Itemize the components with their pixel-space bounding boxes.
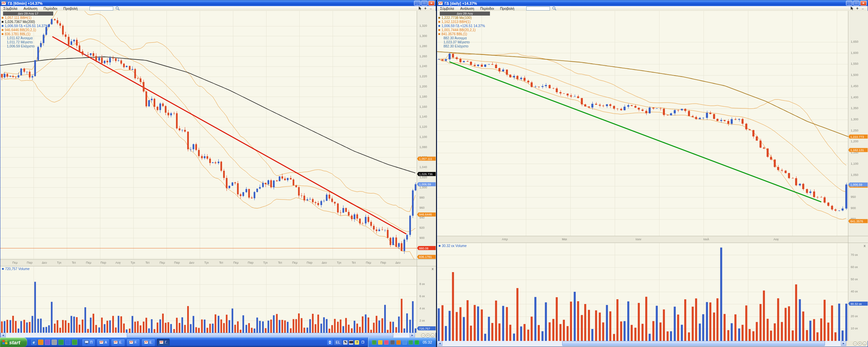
pointer-tool-icon[interactable] bbox=[418, 6, 421, 11]
zoom-controls: − + ↔ bbox=[846, 341, 868, 346]
volume-icon[interactable] bbox=[390, 340, 395, 345]
search-icon[interactable] bbox=[115, 6, 120, 11]
legend-swatch bbox=[2, 25, 3, 27]
symbol-search-input[interactable] bbox=[90, 6, 113, 11]
media-player-icon[interactable] bbox=[65, 340, 71, 345]
menu-symbols[interactable]: Σύμβολα bbox=[437, 6, 457, 11]
window-title: ΓΔ [daily] +14.37% bbox=[445, 1, 477, 5]
taskbar-window-chart-e2[interactable]: E. bbox=[141, 339, 155, 346]
search-icon[interactable] bbox=[552, 6, 556, 11]
zoom-out-button[interactable]: − bbox=[421, 333, 425, 338]
menu-bar: Σύμβολα Ανάλυση Περίοδοι Προβολή + ↔ bbox=[437, 6, 868, 11]
symbol-search-input[interactable] bbox=[526, 6, 550, 11]
legend-low-value: 882.30 Ελάχιστο bbox=[438, 44, 490, 48]
scroll-right-arrow[interactable]: ► bbox=[410, 333, 415, 338]
close-button[interactable]: × bbox=[428, 1, 435, 6]
instant-messenger-icon[interactable] bbox=[384, 340, 389, 345]
menu-periods[interactable]: Περίοδοι bbox=[477, 6, 497, 11]
scrollbar-track[interactable] bbox=[442, 341, 841, 346]
sync-icon[interactable] bbox=[52, 340, 57, 345]
scroll-left-arrow[interactable]: ◄ bbox=[437, 341, 442, 346]
legend-swatch bbox=[438, 29, 440, 31]
legend-row-bbl: 836.1781 BBL(1) bbox=[5, 32, 31, 36]
menu-analysis[interactable]: Ανάλυση bbox=[20, 6, 40, 11]
legend-row-symbol: 1,006.59 ΓΔ +126.51 14.37% bbox=[441, 24, 485, 28]
scrollbar-thumb[interactable] bbox=[562, 341, 825, 346]
close-button[interactable]: × bbox=[860, 1, 867, 6]
drawing-toolbar: + ↔ bbox=[418, 6, 432, 11]
restore-toolbar-icon[interactable]: ❐ bbox=[360, 340, 365, 345]
chart-icon bbox=[129, 341, 133, 344]
titlebar-buttons: _ □ × bbox=[414, 1, 436, 6]
help-icon[interactable]: ? bbox=[355, 340, 359, 345]
crosshair-tool-icon[interactable]: + bbox=[424, 6, 427, 11]
taskbar-right-section: EL ✎ ⌨ ? ❐ bbox=[327, 340, 365, 345]
pen-input-icon[interactable]: ✎ bbox=[343, 340, 348, 345]
title-bar[interactable]: ΓΔ [60min] +14.37% _ □ × bbox=[0, 0, 436, 6]
taskbar-window-chart-f[interactable]: F. bbox=[126, 339, 140, 346]
minimize-button[interactable]: _ bbox=[846, 1, 852, 6]
volume-legend: 30.32 εκ Volume bbox=[439, 244, 467, 248]
h-resize-tool-icon[interactable]: ↔ bbox=[429, 7, 432, 10]
chart-window-daily: ΓΔ [daily] +14.37% _ □ × Σύμβολα Ανάλυση… bbox=[437, 0, 868, 347]
internet-explorer-icon[interactable]: e bbox=[31, 340, 37, 345]
volume-pane-close-icon[interactable]: x bbox=[864, 244, 866, 247]
menu-view[interactable]: Προβολή bbox=[60, 6, 81, 11]
volume-pane-close-icon[interactable]: x bbox=[432, 267, 434, 270]
scrollbar-thumb[interactable] bbox=[127, 333, 393, 338]
legend-swatch bbox=[438, 21, 440, 23]
h-resize-tool-icon[interactable]: ↔ bbox=[861, 7, 864, 10]
chart-icon bbox=[159, 341, 163, 344]
taskbar-window-chart-gd[interactable]: Γ. bbox=[157, 339, 170, 346]
menu-symbols[interactable]: Σύμβολα bbox=[0, 6, 20, 11]
maximize-button[interactable]: □ bbox=[421, 1, 428, 6]
office-app-icon[interactable] bbox=[396, 340, 401, 345]
taskbar-window-chart-a[interactable]: A bbox=[97, 339, 110, 346]
network-status-icon[interactable] bbox=[372, 340, 376, 345]
minimize-button[interactable]: _ bbox=[414, 1, 420, 6]
scrollbar-track[interactable] bbox=[6, 333, 410, 338]
chart-icon bbox=[144, 341, 148, 344]
menu-view[interactable]: Προβολή bbox=[497, 6, 517, 11]
language-indicator[interactable]: EL bbox=[334, 340, 342, 345]
horizontal-scrollbar[interactable]: ◄ ► − + ↔ bbox=[437, 341, 868, 346]
legend-swatch bbox=[2, 21, 3, 23]
legend-open-value: 1,011.62 Άνοιγμα bbox=[1, 36, 53, 40]
messenger-icon[interactable] bbox=[45, 340, 50, 345]
maximize-button[interactable]: □ bbox=[853, 1, 860, 6]
legend-row-ma: 1,222.7738 Με(100) bbox=[441, 16, 472, 20]
globe-icon[interactable] bbox=[58, 340, 64, 345]
menu-periods[interactable]: Περίοδοι bbox=[40, 6, 60, 11]
pointer-tool-icon[interactable] bbox=[850, 6, 853, 11]
recycle-bin-icon[interactable] bbox=[72, 340, 77, 345]
taskbar-window-chart-e1[interactable]: E. bbox=[111, 339, 125, 346]
window-divider bbox=[436, 0, 437, 347]
scheduler-icon[interactable] bbox=[38, 340, 43, 345]
scroll-right-arrow[interactable]: ► bbox=[841, 341, 846, 346]
crosshair-tool-icon[interactable]: + bbox=[856, 6, 859, 11]
keyboard-icon[interactable]: ⌨ bbox=[349, 340, 353, 345]
legend-row-bbh: 1,162.1313 BBH(1) bbox=[441, 20, 471, 24]
monitor-eye-icon[interactable] bbox=[409, 340, 413, 345]
zoom-fit-button[interactable]: ↔ bbox=[431, 333, 435, 338]
menu-analysis[interactable]: Ανάλυση bbox=[457, 6, 477, 11]
antivirus-check-icon[interactable] bbox=[415, 340, 419, 345]
taskbar-window-platform[interactable]: Π bbox=[82, 339, 95, 346]
chart-window-60min: ΓΔ [60min] +14.37% _ □ × Σύμβολα Ανάλυση… bbox=[0, 0, 436, 338]
title-bar[interactable]: ΓΔ [daily] +14.37% _ □ × bbox=[437, 0, 868, 6]
start-button[interactable]: start bbox=[0, 338, 27, 347]
security-shield-icon[interactable] bbox=[378, 340, 382, 345]
data-legend: Δευ 29 Αυγ 1,222.7738 Με(100) 1,162.1313… bbox=[438, 12, 490, 48]
legend-swatch bbox=[438, 33, 440, 35]
zoom-fit-button[interactable]: ↔ bbox=[863, 342, 867, 346]
zoom-in-button[interactable]: + bbox=[426, 333, 430, 338]
toolbar-chevrons-icon[interactable] bbox=[327, 340, 333, 345]
legend-swatch bbox=[438, 17, 440, 19]
update-window-icon[interactable] bbox=[402, 340, 407, 345]
scroll-left-arrow[interactable]: ◄ bbox=[0, 333, 6, 338]
horizontal-scrollbar[interactable]: ◄ ► − + ↔ bbox=[0, 333, 436, 338]
price-chart-canvas[interactable] bbox=[437, 11, 868, 341]
zoom-out-button[interactable]: − bbox=[853, 342, 857, 346]
zoom-in-button[interactable]: + bbox=[858, 342, 862, 346]
price-chart-canvas[interactable] bbox=[0, 11, 436, 333]
